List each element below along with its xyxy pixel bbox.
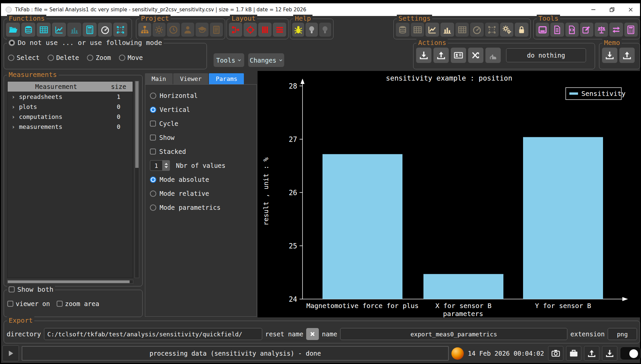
spinner-arrows[interactable] (163, 160, 170, 171)
open-folder-icon[interactable] (6, 23, 20, 37)
restore-button[interactable] (603, 3, 621, 16)
database-icon[interactable] (21, 23, 35, 37)
selection-icon[interactable] (113, 23, 127, 37)
checkbox-viewer-on[interactable]: viewer on (7, 300, 50, 307)
scales-icon[interactable] (595, 23, 608, 37)
table-settings-icon[interactable] (411, 23, 424, 37)
expander-icon[interactable]: › (8, 113, 19, 120)
chevron-down-icon (237, 58, 242, 62)
show-both-checkbox[interactable] (9, 286, 15, 292)
calculator-tools-icon[interactable] (624, 23, 638, 37)
expander-icon[interactable]: › (8, 123, 19, 130)
mode-radio-mode-parametrics[interactable]: Mode parametrics (145, 200, 257, 214)
gear-icon[interactable] (153, 23, 166, 37)
column-measurement[interactable]: Measurement (8, 83, 105, 90)
gauge-settings-icon[interactable] (470, 23, 484, 37)
user-icon[interactable] (181, 23, 194, 37)
memo-save-icon[interactable] (602, 48, 617, 63)
clock-icon[interactable] (167, 23, 180, 37)
upload-tray-icon[interactable] (584, 346, 599, 361)
lightbulb-icon-2[interactable] (319, 23, 331, 37)
shuffle-icon[interactable] (468, 48, 483, 63)
horizontal-scrollbar[interactable] (7, 280, 133, 284)
do-nothing-button[interactable]: do nothing (506, 48, 586, 62)
bug-icon[interactable] (292, 23, 304, 37)
toolbar-group-project: Project (136, 19, 225, 39)
swap-arrows-icon[interactable] (609, 23, 623, 37)
checkbox-stacked[interactable]: Stacked (145, 145, 257, 159)
tab-viewer[interactable]: Viewer (173, 73, 208, 84)
minimize-button[interactable] (584, 3, 603, 16)
directory-input[interactable]: C:/tclsoft/tkfab/test/analysis/sensitivi… (44, 328, 262, 340)
download-tray-icon[interactable] (602, 346, 617, 361)
line-plot-icon[interactable] (52, 23, 66, 37)
name-input[interactable]: export_meas0_parametrics (340, 328, 567, 340)
gears-icon[interactable] (500, 23, 514, 37)
checkbox-zoom-area[interactable]: zoom area (57, 300, 99, 307)
edit-icon[interactable] (580, 23, 593, 37)
tree-row-computations[interactable]: ›computations0 (8, 112, 133, 122)
changes-menubutton[interactable]: Changes (248, 53, 284, 67)
power-toggle[interactable] (620, 347, 641, 360)
run-button[interactable] (2, 345, 19, 361)
bar-plot-settings-icon[interactable] (440, 23, 454, 37)
code-file-icon[interactable] (565, 23, 579, 37)
tools-menubutton[interactable]: Tools (214, 53, 244, 67)
save-action-icon[interactable] (416, 48, 431, 63)
vertical-scrollbar[interactable] (135, 81, 139, 278)
bar-plot-icon[interactable] (67, 23, 81, 37)
spreadsheet-icon[interactable] (37, 23, 51, 37)
checkbox-cycle[interactable]: Cycle (145, 117, 257, 131)
crosshair-icon[interactable] (244, 23, 257, 37)
tab-params[interactable]: Params (209, 73, 244, 84)
extension-label: extension (570, 330, 605, 338)
database-settings-icon[interactable] (396, 23, 409, 37)
tree-row-spreadsheets[interactable]: ›spreadsheets1 (8, 92, 133, 102)
grid-settings-icon[interactable] (455, 23, 469, 37)
column-size[interactable]: size (105, 83, 133, 90)
camera-icon[interactable] (548, 346, 563, 361)
orientation-radio-horizontal[interactable]: Horizontal (145, 89, 257, 103)
orientation-radio-vertical[interactable]: Vertical (145, 103, 257, 117)
tree-row-plots[interactable]: ›plots0 (8, 102, 133, 112)
document-icon[interactable] (550, 23, 564, 37)
calculator-icon[interactable] (83, 23, 97, 37)
window-icon[interactable] (536, 23, 549, 37)
tree-header[interactable]: Measurement size (8, 82, 133, 92)
line-plot-settings-icon[interactable] (425, 23, 439, 37)
mode-radio-mode-absolute[interactable]: Mode absolute (145, 173, 257, 186)
group-title-layout: Layout (230, 15, 257, 22)
reset-name-button[interactable] (306, 328, 319, 340)
mode-radio-zoom[interactable]: Zoom (87, 54, 111, 61)
tab-main[interactable]: Main (145, 73, 173, 84)
gauge-icon[interactable] (98, 23, 112, 37)
briefcase-icon[interactable] (566, 346, 581, 361)
vertical-panes-icon[interactable] (258, 23, 272, 37)
graduation-cap-icon[interactable] (196, 23, 209, 37)
hand-icon[interactable] (485, 48, 501, 63)
mode-radio-select[interactable]: Select (8, 54, 40, 61)
notebook-icon[interactable] (210, 23, 223, 37)
tree-row-measurements[interactable]: ›measurements0 (8, 122, 133, 132)
horizontal-panes-icon[interactable] (273, 23, 286, 37)
do-not-use-radio[interactable] (9, 40, 15, 46)
expander-icon[interactable]: › (8, 103, 19, 110)
org-tree-icon[interactable] (138, 23, 151, 37)
expander-icon[interactable]: › (8, 93, 19, 100)
nbr-of-values-spinbox[interactable]: 1Nbr of values (145, 159, 257, 173)
lock-icon[interactable] (515, 23, 528, 37)
sensitivity-chart[interactable]: sensitivity example : position2425262728… (258, 71, 640, 317)
contact-card-icon[interactable] (451, 48, 466, 63)
load-action-icon[interactable] (433, 48, 449, 63)
lightbulb-icon[interactable] (306, 23, 318, 37)
selection-settings-icon[interactable] (485, 23, 499, 37)
mode-radio-delete[interactable]: Delete (48, 54, 79, 61)
close-button[interactable] (621, 3, 640, 16)
status-bar: processing data (sensitivity analysis) -… (2, 345, 641, 362)
checkbox-show[interactable]: Show (145, 131, 257, 145)
mode-radio-mode-relative[interactable]: Mode relative (145, 186, 257, 200)
flow-tree-icon[interactable] (229, 23, 242, 37)
extension-input[interactable]: png (608, 328, 637, 340)
memo-load-icon[interactable] (619, 48, 635, 63)
mode-radio-move[interactable]: Move (119, 54, 143, 61)
